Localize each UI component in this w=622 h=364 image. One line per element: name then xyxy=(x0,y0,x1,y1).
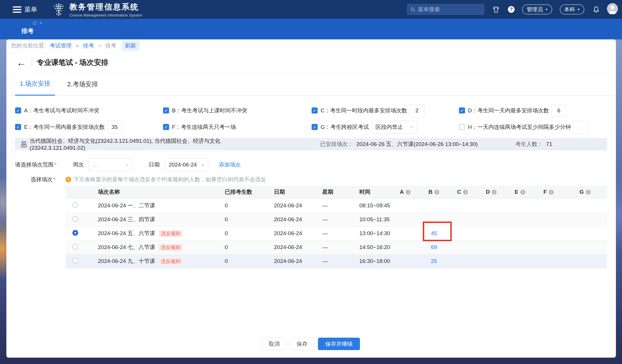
time-cell: 10:05~11:35 xyxy=(355,213,391,226)
rule-E-value-cell xyxy=(506,226,534,240)
session-name-cell: 2024-06-24 九、十节课违反规则 xyxy=(90,254,220,268)
rule-F-checkbox[interactable]: ✓ xyxy=(163,124,169,130)
rule-D-input[interactable] xyxy=(551,104,566,117)
rule-column-header-E: Ei xyxy=(506,186,534,199)
session-radio[interactable] xyxy=(72,258,78,264)
theme-shirt-icon[interactable] xyxy=(492,6,500,13)
rule-C-value-cell xyxy=(448,226,477,240)
rule-B-value-cell xyxy=(420,199,448,213)
cancel-button[interactable]: 取消 xyxy=(262,338,286,350)
menu-search xyxy=(407,4,484,15)
scope-pill[interactable]: 本科 ▼ xyxy=(560,4,584,14)
info-icon[interactable]: i xyxy=(520,190,525,195)
rule-B-checkbox[interactable]: ✓ xyxy=(163,107,169,114)
session-row[interactable]: 2024-06-24 一、二节课02024-06-24—08:15~09:45 xyxy=(65,199,607,213)
save-button[interactable]: 保存 xyxy=(290,338,314,350)
user-avatar[interactable] xyxy=(607,3,618,16)
session-table-wrap: 场次名称已排考生数日期星期时间AiBiCiDiEiFiGi 2024-06-24… xyxy=(65,186,607,268)
radio-cell xyxy=(65,226,90,240)
rule-C-checkbox[interactable]: ✓ xyxy=(312,107,318,114)
radio-cell xyxy=(65,213,90,226)
chevron-down-icon: ∨ xyxy=(201,162,205,167)
date-label: 日期 xyxy=(149,161,160,169)
rule-G: ✓G：考生跨校区考试区段内禁止∨ xyxy=(312,121,459,133)
rule-H-checkbox[interactable] xyxy=(459,124,465,130)
active-page-tab[interactable]: 排考 xyxy=(21,27,34,35)
rule-A-checkbox[interactable]: ✓ xyxy=(15,107,21,114)
footer-actions: 取消 保存 保存并继续 xyxy=(6,338,616,350)
tab-close-icon[interactable]: × xyxy=(39,21,42,25)
date-select[interactable]: 2024-06-24 ∨ xyxy=(164,158,208,171)
menu-label[interactable]: 菜单 xyxy=(24,5,37,14)
candidate-count-label: 考生人数： xyxy=(515,141,543,147)
rule-G-select[interactable]: 区段内禁止∨ xyxy=(371,121,417,133)
hamburger-menu-icon[interactable] xyxy=(13,6,21,13)
scope-pill-label: 本科 xyxy=(564,6,575,13)
rule-F-value-cell xyxy=(534,254,563,268)
violation-count-link[interactable]: 25 xyxy=(431,258,437,264)
column-header: 日期 xyxy=(269,186,320,199)
rule-E-checkbox[interactable]: ✓ xyxy=(15,124,21,130)
help-icon[interactable]: ? xyxy=(508,6,515,13)
table-body: 2024-06-24 一、二节课02024-06-24—08:15~09:452… xyxy=(65,199,607,268)
rule-C-input[interactable] xyxy=(409,104,425,117)
breadcrumb-item[interactable]: 考试管理 xyxy=(50,43,72,49)
info-icon[interactable]: i xyxy=(549,190,554,195)
info-icon[interactable]: i xyxy=(586,190,591,195)
breadcrumb-item[interactable]: 排考 xyxy=(83,43,94,49)
session-radio[interactable] xyxy=(72,244,78,250)
search-input[interactable] xyxy=(418,6,479,13)
session-name: 2024-06-24 一、二节课 xyxy=(98,202,155,208)
step-tab-1[interactable]: 1.场次安排 xyxy=(15,73,55,96)
session-select-hint: 下方表格显示的是每个场次违反各个约束规则的人数，如果空白则代表不会违反 xyxy=(74,176,266,183)
session-radio-selected[interactable] xyxy=(72,230,78,236)
info-icon[interactable]: i xyxy=(492,190,497,195)
session-select-row: 选择场次* ! 下方表格显示的是每个场次违反各个约束规则的人数，如果空白则代表不… xyxy=(6,176,616,183)
week-cell: — xyxy=(320,240,355,254)
rule-C-value-cell xyxy=(448,199,477,213)
role-pill[interactable]: 管理员 ▼ xyxy=(522,4,552,14)
rule-G-checkbox[interactable]: ✓ xyxy=(312,124,318,130)
rule-E-input[interactable] xyxy=(107,121,122,133)
rule-letter-label: A xyxy=(400,189,404,195)
course-names: 当代德国社会、经济与文化(23242.3.121.0491.01), 当代德国社… xyxy=(30,137,268,151)
week-select[interactable]: ... ∨ xyxy=(88,158,132,171)
rule-G-value-cell xyxy=(563,226,607,240)
time-cell: 08:15~09:45 xyxy=(355,199,391,213)
column-header: 已排考生数 xyxy=(220,186,269,199)
session-row[interactable]: 2024-06-24 三、四节课02024-06-24—10:05~11:35 xyxy=(65,213,607,226)
session-row[interactable]: 2024-06-24 九、十节课违反规则02024-06-24—16:30~18… xyxy=(65,254,607,268)
rule-H: H：一天内连续两场考试至少间隔多少分钟 xyxy=(459,121,607,133)
session-radio[interactable] xyxy=(72,202,78,208)
rule-column-header-F: Fi xyxy=(534,186,563,199)
rule-A-value-cell xyxy=(391,199,420,213)
refresh-button[interactable]: 刷新 xyxy=(122,41,140,51)
info-icon[interactable]: i xyxy=(463,190,468,195)
back-arrow-icon[interactable]: ← xyxy=(17,58,26,67)
rule-H-input[interactable] xyxy=(573,121,588,133)
tab-refresh-icon[interactable] xyxy=(32,21,37,25)
rule-D-checkbox[interactable]: ✓ xyxy=(459,107,465,114)
session-name: 2024-06-24 九、十节课 xyxy=(98,258,155,264)
session-row[interactable]: 2024-06-24 五、六节课违反规则02024-06-24—13:00~14… xyxy=(65,226,607,240)
add-session-link[interactable]: 添加场次 xyxy=(219,161,241,169)
save-and-continue-button[interactable]: 保存并继续 xyxy=(318,338,360,350)
step-tab-2[interactable]: 2.考场安排 xyxy=(63,73,103,96)
week-cell: — xyxy=(320,199,355,213)
session-radio[interactable] xyxy=(72,216,78,222)
notification-bell-icon[interactable] xyxy=(592,6,600,13)
info-icon[interactable]: i xyxy=(434,190,439,195)
session-name: 2024-06-24 三、四节课 xyxy=(98,216,155,222)
rule-E-value-cell xyxy=(506,199,534,213)
rule-A: ✓A：考生考试与考试时间不冲突 xyxy=(15,107,163,114)
radio-cell xyxy=(65,254,90,268)
violation-count-link[interactable]: 69 xyxy=(431,244,437,250)
chevron-down-icon: ∨ xyxy=(410,125,413,129)
chevron-down-icon: ∨ xyxy=(125,162,129,167)
rule-E-value-cell xyxy=(506,240,534,254)
breadcrumb-prefix: 您的当前位置: xyxy=(11,42,45,50)
info-icon[interactable]: i xyxy=(406,190,411,195)
scheduled-cell: 0 xyxy=(220,254,269,268)
violation-count-link[interactable]: 45 xyxy=(431,230,437,236)
session-row[interactable]: 2024-06-24 七、八节课违反规则02024-06-24—14:50~16… xyxy=(65,240,607,254)
